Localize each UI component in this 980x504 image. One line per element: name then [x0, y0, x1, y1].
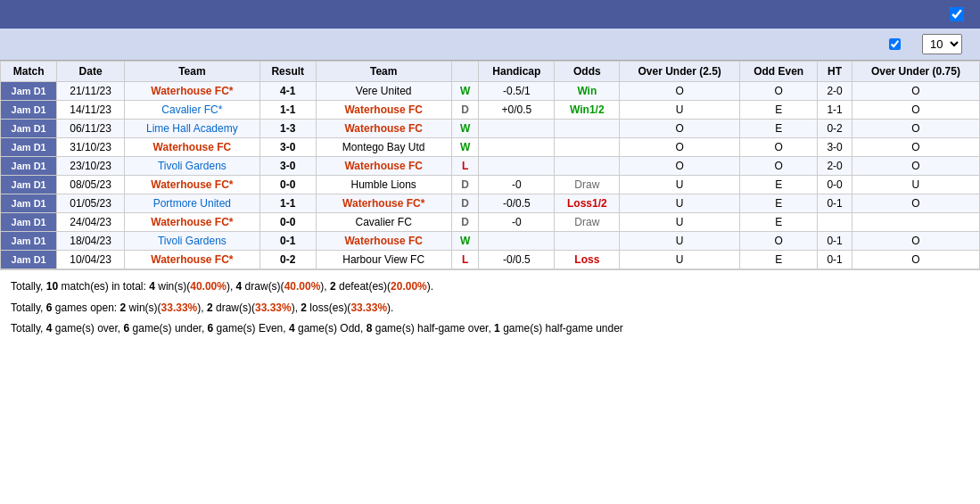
cell-handicap: [479, 138, 555, 157]
s-pct3: 20.00%: [391, 280, 427, 293]
cell-ou25: O: [620, 82, 740, 101]
cell-outcome: W: [451, 120, 479, 138]
cell-team2: Montego Bay Utd: [316, 138, 451, 157]
cell-match: Jam D1: [1, 251, 57, 269]
cell-team1: Cavalier FC*: [124, 101, 259, 120]
cell-ht: 3-0: [818, 138, 852, 157]
cell-match: Jam D1: [1, 157, 57, 176]
cell-result: 0-0: [259, 176, 316, 194]
cell-odds: [555, 138, 620, 157]
cell-date: 01/05/23: [57, 194, 125, 213]
display-notes-checkbox[interactable]: [950, 7, 964, 21]
cell-ou25: U: [620, 232, 740, 251]
cell-date: 23/10/23: [57, 157, 125, 176]
cell-odds: Win: [555, 82, 620, 101]
s3-num2: 6: [124, 322, 130, 335]
cell-outcome: D: [451, 194, 479, 213]
cell-team1: Tivoli Gardens: [124, 232, 259, 251]
cell-odds: Loss: [555, 251, 620, 269]
s2-pct3: 33.33%: [350, 302, 387, 314]
cell-ou25: O: [620, 138, 740, 157]
cell-team2: Waterhouse FC: [316, 232, 451, 251]
cell-date: 18/04/23: [57, 232, 125, 251]
cell-team2: Waterhouse FC: [316, 120, 451, 138]
col-date: Date: [57, 62, 125, 82]
cell-oe: O: [740, 82, 818, 101]
scores-table: Match Date Team Result Team Handicap Odd…: [0, 61, 980, 269]
header: [0, 0, 980, 29]
cell-ht: 2-0: [818, 157, 852, 176]
cell-ou075: O: [852, 194, 979, 213]
cell-date: 06/11/23: [57, 120, 125, 138]
cell-match: Jam D1: [1, 213, 57, 232]
cell-ou075: U: [852, 176, 979, 194]
cell-team1: Tivoli Gardens: [124, 157, 259, 176]
cell-outcome: D: [451, 101, 479, 120]
col-oe: Odd Even: [740, 62, 818, 82]
summary-section: Totally, 10 match(es) in total: 4 win(s)…: [0, 269, 980, 348]
cell-odds: [555, 120, 620, 138]
cell-date: 31/10/23: [57, 138, 125, 157]
cell-ou075: [852, 213, 979, 232]
cell-outcome: L: [451, 251, 479, 269]
s2-num3: 2: [207, 302, 213, 314]
cell-team1: Waterhouse FC*: [124, 176, 259, 194]
s-num4: 2: [330, 280, 336, 293]
cell-outcome: D: [451, 213, 479, 232]
cell-handicap: [479, 157, 555, 176]
cell-result: 1-3: [259, 120, 316, 138]
s3-num5: 8: [366, 322, 373, 335]
cell-ou25: U: [620, 213, 740, 232]
cell-match: Jam D1: [1, 232, 57, 251]
cell-outcome: L: [451, 157, 479, 176]
cell-outcome: D: [451, 176, 479, 194]
col-odds: Odds: [555, 62, 620, 82]
cell-ou075: O: [852, 101, 979, 120]
cell-oe: E: [740, 101, 818, 120]
cell-result: 4-1: [259, 82, 316, 101]
cell-odds: Draw: [555, 213, 620, 232]
cell-oe: O: [740, 157, 818, 176]
display-notes-container: [950, 7, 969, 21]
cell-result: 0-2: [259, 251, 316, 269]
cell-ou25: U: [620, 251, 740, 269]
cell-team2: Waterhouse FC: [316, 101, 451, 120]
cell-date: 21/11/23: [57, 82, 125, 101]
s2-num2: 2: [120, 302, 127, 314]
table-row: Jam D121/11/23Waterhouse FC*4-1Vere Unit…: [1, 82, 980, 101]
summary-line-3: Totally, 4 game(s) over, 6 game(s) under…: [11, 319, 969, 339]
games-select[interactable]: 5 10 15 20 All: [922, 34, 962, 54]
cell-ht: [818, 213, 852, 232]
s-num1: 10: [46, 280, 58, 293]
s2-num1: 6: [46, 302, 53, 314]
cell-team1: Lime Hall Academy: [124, 120, 259, 138]
col-ht: HT: [818, 62, 852, 82]
cell-team2: Cavalier FC: [316, 213, 451, 232]
cell-oe: O: [740, 232, 818, 251]
cell-handicap: -0/0.5: [479, 194, 555, 213]
s3-num6: 1: [494, 322, 500, 335]
summary-line-1: Totally, 10 match(es) in total: 4 win(s)…: [11, 277, 969, 297]
cell-ht: 0-2: [818, 120, 852, 138]
cell-team1: Waterhouse FC: [124, 138, 259, 157]
cell-outcome: W: [451, 138, 479, 157]
col-result: Result: [259, 62, 316, 82]
cell-handicap: [479, 120, 555, 138]
cell-handicap: -0.5/1: [479, 82, 555, 101]
cell-team1: Waterhouse FC*: [124, 251, 259, 269]
s3-num1: 4: [46, 322, 53, 335]
cell-odds: [555, 232, 620, 251]
s-num3: 4: [236, 280, 243, 293]
cell-match: Jam D1: [1, 82, 57, 101]
s2-pct1: 33.33%: [161, 302, 198, 314]
summary-line-2: Totally, 6 games open: 2 win(s)(33.33%),…: [11, 299, 969, 318]
col-spacer: [451, 62, 479, 82]
cell-ou25: U: [620, 176, 740, 194]
cell-handicap: -0/0.5: [479, 251, 555, 269]
cell-date: 24/04/23: [57, 213, 125, 232]
table-row: Jam D114/11/23Cavalier FC*1-1Waterhouse …: [1, 101, 980, 120]
jam-d1-checkbox[interactable]: [889, 38, 901, 50]
cell-team1: Portmore United: [124, 194, 259, 213]
cell-team2: Humble Lions: [316, 176, 451, 194]
cell-outcome: W: [451, 82, 479, 101]
